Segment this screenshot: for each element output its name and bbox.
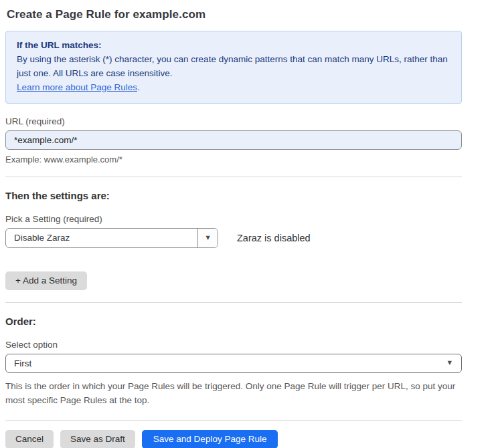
chevron-down-icon: ▼ [448, 360, 452, 366]
setting-dropdown-arrow-button[interactable]: ▼ [197, 229, 218, 247]
save-and-deploy-button[interactable]: Save and Deploy Page Rule [142, 430, 278, 448]
setting-row: Disable Zaraz ▼ Zaraz is disabled [5, 228, 462, 248]
page-title: Create a Page Rule for example.com [7, 8, 462, 21]
divider [5, 177, 462, 177]
chevron-down-icon: ▼ [205, 235, 210, 241]
save-as-draft-button[interactable]: Save as Draft [60, 430, 135, 448]
order-select-value: First [14, 358, 31, 368]
info-box-heading: If the URL matches: [17, 39, 450, 53]
url-input[interactable] [5, 130, 462, 150]
divider [5, 420, 462, 421]
url-match-info-box: If the URL matches: By using the asteris… [5, 31, 462, 104]
order-select[interactable]: First ▼ [5, 354, 462, 373]
order-section-heading: Order: [5, 316, 462, 327]
info-box-body: By using the asterisk (*) character, you… [17, 53, 450, 81]
link-period: . [137, 82, 140, 92]
pick-setting-label: Pick a Setting (required) [5, 214, 462, 224]
order-select-label: Select option [5, 340, 462, 350]
info-box-link-line: Learn more about Page Rules. [17, 81, 450, 95]
add-setting-button[interactable]: + Add a Setting [5, 271, 87, 290]
divider [5, 302, 462, 303]
url-field-label: URL (required) [5, 116, 462, 126]
order-helper-text: This is the order in which your Page Rul… [5, 379, 459, 408]
page-rule-form: Create a Page Rule for example.com If th… [5, 0, 462, 448]
setting-dropdown[interactable]: Disable Zaraz ▼ [5, 228, 218, 248]
cancel-button[interactable]: Cancel [5, 430, 54, 448]
setting-status-text: Zaraz is disabled [237, 233, 311, 243]
learn-more-link[interactable]: Learn more about Page Rules [17, 82, 137, 92]
setting-dropdown-value: Disable Zaraz [6, 229, 197, 247]
settings-section-heading: Then the settings are: [5, 190, 462, 201]
url-example-helper: Example: www.example.com/* [5, 154, 462, 164]
actions-row: Cancel Save as Draft Save and Deploy Pag… [5, 430, 462, 448]
